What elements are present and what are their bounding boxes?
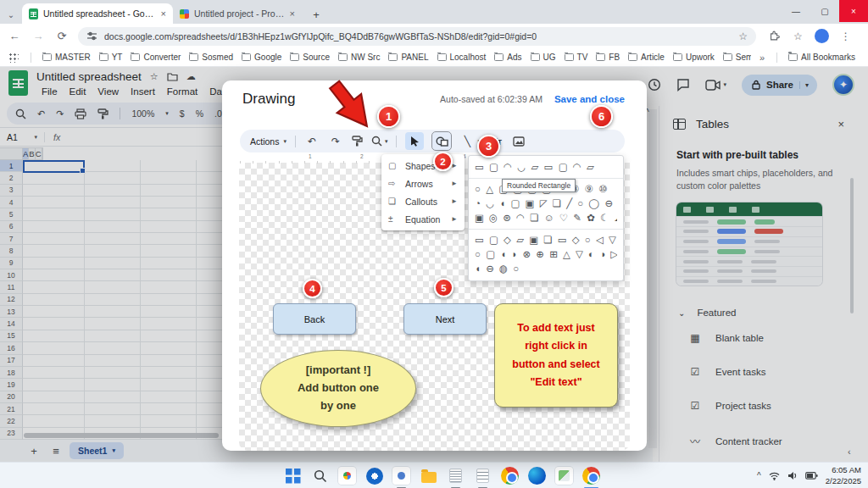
tab-close-icon[interactable]: × bbox=[161, 8, 166, 19]
taskbar-chrome-active-icon[interactable] bbox=[581, 466, 601, 485]
extensions-icon[interactable] bbox=[770, 30, 782, 42]
folder-icon bbox=[189, 53, 198, 61]
bookmark-label: YT bbox=[112, 53, 123, 62]
bookmarks-overflow-icon[interactable]: » bbox=[754, 53, 770, 63]
shape-row[interactable]: ▭ ▢ ◇ ▱ ▣ ❏ ▭ ◇ ○ ◁ ▽ bbox=[475, 233, 617, 247]
submenu-arrow-icon: ► bbox=[451, 197, 458, 205]
bookmark-star-icon[interactable]: ☆ bbox=[738, 30, 748, 42]
volume-icon[interactable] bbox=[787, 471, 798, 480]
shape-icon bbox=[436, 136, 448, 147]
bookmark-folder[interactable]: Google bbox=[237, 53, 286, 62]
reload-button[interactable]: ⟳ bbox=[54, 30, 70, 42]
bookmark-folder[interactable]: MASTER bbox=[38, 53, 95, 62]
shape-row[interactable]: ◖ ⊖ ◍ ○ bbox=[475, 262, 617, 276]
apps-grid-icon[interactable] bbox=[8, 53, 19, 63]
back-shape-button[interactable]: Back bbox=[273, 303, 356, 335]
shape-menu-item[interactable]: ± Equation ► bbox=[381, 210, 465, 228]
taskbar-chrome-icon[interactable] bbox=[500, 466, 520, 485]
maximize-button[interactable]: ▢ bbox=[810, 0, 839, 22]
bookmark-label: Semrush bbox=[736, 53, 751, 62]
bookmark-folder[interactable]: Sosmed bbox=[185, 53, 237, 62]
wifi-icon[interactable] bbox=[769, 472, 780, 480]
site-settings-icon[interactable] bbox=[86, 30, 97, 42]
folder-icon bbox=[290, 53, 299, 61]
bookmark-folder[interactable]: YT bbox=[95, 53, 127, 62]
shapes-grid-panel: ▭ ▢ ◠ ◡ ▱ ▭ ▢ ◠ ▱ ○ △ ▢ ▢ ▢ ▢ ⑦ ⑧ ⑨ ⑩◔ ◡… bbox=[468, 155, 624, 281]
annotation-arrow bbox=[322, 74, 381, 140]
shape-menu-item[interactable]: ❏ Callouts ► bbox=[381, 192, 465, 210]
all-bookmarks-button[interactable]: All Bookmarks bbox=[784, 53, 860, 62]
tab-search-caret-icon[interactable]: ⌄ bbox=[0, 5, 22, 24]
start-button[interactable] bbox=[283, 466, 303, 485]
close-window-button[interactable]: × bbox=[839, 0, 868, 22]
tray-chevron-icon[interactable]: ^ bbox=[757, 471, 761, 480]
browser-menu-icon[interactable]: ⋮ bbox=[841, 30, 851, 42]
bookmark-label: Localhost bbox=[450, 53, 487, 62]
save-and-close-button[interactable]: Save and close bbox=[554, 94, 625, 104]
bookmark-folder[interactable]: TV bbox=[560, 53, 593, 62]
taskbar-photos-app-icon[interactable] bbox=[337, 466, 357, 485]
bookmark-label: Article bbox=[641, 53, 665, 62]
browser-profile-avatar[interactable] bbox=[815, 29, 829, 43]
bookmark-folder[interactable]: Converter bbox=[126, 53, 185, 62]
shape-tool-button[interactable] bbox=[432, 132, 451, 150]
tab-title: Untitled project - Project Editor bbox=[194, 8, 285, 19]
browser-actions: ☆ ⋮ bbox=[765, 29, 856, 43]
bookmark-folder[interactable]: Article bbox=[624, 53, 669, 62]
taskbar-editor-app-icon[interactable] bbox=[554, 466, 574, 485]
shape-row[interactable]: ▣ ◎ ⊛ ◠ ❏ ☺ ♡ ✎ ✿ ☾ ☁ bbox=[475, 211, 617, 225]
bookmark-folder[interactable]: Semrush bbox=[719, 53, 751, 62]
select-tool-button[interactable] bbox=[405, 132, 424, 150]
url-omnibox[interactable]: docs.google.com/spreadsheets/d/1B3hHEpz1… bbox=[78, 27, 756, 46]
image-tool-icon[interactable] bbox=[513, 136, 525, 147]
tray-date: 2/22/2025 bbox=[826, 476, 861, 486]
bookmark-folder[interactable]: Localhost bbox=[433, 53, 491, 62]
star-collection-icon[interactable]: ☆ bbox=[793, 30, 803, 42]
next-shape-button[interactable]: Next bbox=[403, 303, 487, 335]
back-button[interactable]: ← bbox=[7, 30, 22, 42]
new-tab-button[interactable]: + bbox=[307, 5, 326, 24]
folder-icon bbox=[242, 53, 251, 61]
bookmark-label: Upwork bbox=[686, 53, 715, 62]
tray-time: 6:05 AM bbox=[826, 465, 861, 475]
taskbar-settings-app-icon[interactable] bbox=[364, 466, 384, 485]
windows-taskbar: ^ 6:05 AM 2/22/2025 bbox=[0, 462, 868, 488]
taskbar-edge-icon[interactable] bbox=[527, 466, 547, 485]
battery-icon[interactable] bbox=[805, 472, 818, 480]
important-note-ellipse[interactable]: [important !] Add button one by one bbox=[260, 350, 416, 427]
bookmark-folder[interactable]: NW Src bbox=[334, 53, 384, 62]
taskbar-archive-app-icon[interactable] bbox=[473, 466, 492, 485]
forward-button[interactable]: → bbox=[31, 30, 46, 42]
bookmark-folder[interactable]: PANEL bbox=[384, 53, 432, 62]
folder-icon bbox=[723, 53, 732, 61]
annotation-badge-4: 4 bbox=[303, 279, 322, 298]
shape-row[interactable]: ▭ ▢ ◠ ◡ ▱ ▭ ▢ ◠ ▱ bbox=[475, 160, 617, 175]
instruction-callout-rect[interactable]: To add text just right click in button a… bbox=[494, 303, 618, 408]
actions-menu-button[interactable]: Actions ▾ bbox=[250, 136, 287, 147]
bookmark-label: UG bbox=[543, 53, 556, 62]
bookmark-label: Source bbox=[303, 53, 330, 62]
shape-tooltip: Rounded Rectangle bbox=[502, 179, 576, 192]
taskbar-notepad-icon[interactable] bbox=[446, 466, 465, 485]
category-icon: ▢ bbox=[388, 161, 398, 170]
bookmark-folder[interactable]: FB bbox=[592, 53, 624, 62]
minimize-button[interactable]: — bbox=[782, 0, 810, 22]
shape-menu-item[interactable]: ⇨ Arrows ► bbox=[381, 175, 465, 192]
chevron-down-icon: ▾ bbox=[283, 138, 287, 145]
taskbar-file-explorer-icon[interactable] bbox=[419, 466, 438, 485]
tab-close-icon[interactable]: × bbox=[290, 8, 295, 19]
taskbar-search-icon[interactable] bbox=[310, 466, 330, 485]
browser-tab-active[interactable]: Untitled spreadsheet - Google × bbox=[22, 3, 173, 24]
taskbar-clock[interactable]: 6:05 AM 2/22/2025 bbox=[826, 465, 861, 486]
bookmark-folder[interactable]: Upwork bbox=[669, 53, 719, 62]
bookmark-folder[interactable]: Source bbox=[286, 53, 334, 62]
bookmark-folder[interactable]: Ads bbox=[490, 53, 526, 62]
taskbar-media-app-icon[interactable] bbox=[392, 466, 411, 485]
undo-icon[interactable]: ↶ bbox=[304, 136, 320, 147]
shape-row[interactable]: ○ ▢ ◖ ◗ ⊗ ⊕ ⊞ △ ▽ ◐ ◑ ▷ bbox=[475, 247, 617, 262]
annotation-badge-3: 3 bbox=[477, 135, 500, 158]
shape-row[interactable]: ◔ ◡ ◖ ▢ ▣ ◸ ❏ ╱ ○ ◯ ⊖ ▤ bbox=[475, 197, 617, 211]
browser-tab-inactive[interactable]: Untitled project - Project Editor × bbox=[173, 3, 302, 24]
drawing-toolbar: Actions ▾ ↶ ↷ ▾ ╲ bbox=[240, 130, 625, 152]
bookmark-folder[interactable]: UG bbox=[526, 53, 560, 62]
